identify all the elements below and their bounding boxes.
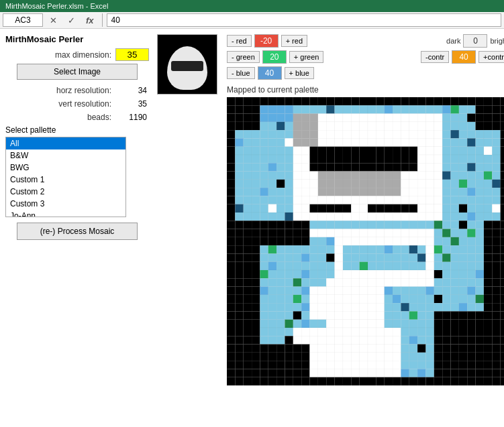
beads-label: beads: — [87, 113, 111, 122]
blue-value: 40 — [258, 66, 282, 80]
contr-minus-button[interactable]: -contr — [421, 51, 449, 63]
formula-bar-row: AC3 ✕ ✓ fx 40 — [0, 12, 504, 29]
list-item[interactable]: All — [6, 137, 125, 149]
vert-res-value: 35 — [115, 99, 149, 109]
helmet — [167, 46, 207, 90]
app-name: MirthMosaic Perler.xlsm - Excel — [5, 2, 108, 10]
cancel-icon[interactable]: ✕ — [46, 14, 61, 27]
left-panel: MirthMosaic Perler max dimension: 35 Sel… — [0, 29, 154, 427]
horz-res-row: horz resolution: 34 — [5, 85, 149, 96]
beads-row: beads: 1190 — [5, 112, 149, 123]
mosaic-title: Mapped to current palette — [227, 85, 504, 95]
right-panel: - red -20 + red dark 0 bright - green 20… — [221, 29, 504, 427]
stormtrooper-image — [158, 35, 217, 94]
palette-label: Select pallette — [5, 125, 149, 135]
title-bar: MirthMosaic Perler.xlsm - Excel — [0, 0, 504, 12]
palette-list[interactable]: AllB&WBWGCustom 1Custom 2Custom 3Jo-AnnS… — [5, 137, 126, 217]
beads-value: 1190 — [115, 112, 149, 123]
list-item[interactable]: Custom 1 — [6, 174, 125, 186]
process-mosaic-button[interactable]: (re-) Process Mosaic — [17, 223, 138, 240]
horz-res-value: 34 — [115, 85, 149, 96]
fx-icon[interactable]: fx — [82, 14, 98, 27]
list-item[interactable]: Jo-Ann — [6, 210, 125, 217]
list-item[interactable]: BWG — [6, 162, 125, 174]
cell-reference[interactable]: AC3 — [3, 13, 43, 27]
blue-plus-button[interactable]: + blue — [285, 67, 314, 79]
contr-value: 40 — [452, 50, 476, 64]
confirm-icon[interactable]: ✓ — [64, 14, 79, 27]
red-value: -20 — [254, 34, 279, 48]
horz-res-label: horz resolution: — [56, 86, 111, 95]
contr-plus-button[interactable]: +contr — [478, 51, 504, 63]
red-controls-row: - red -20 + red dark 0 bright — [227, 34, 504, 48]
dark-label: dark — [446, 37, 460, 45]
dark-value: 0 — [463, 34, 487, 48]
bright-label: bright — [490, 37, 504, 45]
formula-sep — [102, 13, 103, 27]
main-content: MirthMosaic Perler max dimension: 35 Sel… — [0, 29, 504, 427]
vert-res-row: vert resolution: 35 — [5, 99, 149, 109]
green-value: 20 — [262, 50, 287, 64]
visor — [171, 61, 203, 71]
max-dimension-label: max dimension: — [55, 50, 111, 60]
red-plus-button[interactable]: + red — [281, 35, 307, 47]
blue-controls-row: - blue 40 + blue — [227, 66, 504, 80]
red-minus-button[interactable]: - red — [227, 35, 252, 47]
max-dimension-row: max dimension: 35 — [5, 48, 149, 61]
mosaic-canvas — [227, 97, 504, 385]
green-minus-button[interactable]: - green — [227, 51, 260, 63]
green-plus-button[interactable]: + green — [289, 51, 324, 63]
vert-res-label: vert resolution: — [58, 99, 111, 109]
select-image-button[interactable]: Select Image — [17, 64, 138, 80]
list-item[interactable]: Custom 3 — [6, 198, 125, 210]
list-item[interactable]: Custom 2 — [6, 186, 125, 198]
image-thumbnail-panel — [154, 29, 221, 427]
app-title: MirthMosaic Perler — [5, 34, 149, 44]
blue-minus-button[interactable]: - blue — [227, 67, 255, 79]
list-item[interactable]: B&W — [6, 149, 125, 162]
max-dimension-input[interactable]: 35 — [115, 48, 149, 61]
green-controls-row: - green 20 + green -contr 40 +contr — [227, 50, 504, 64]
image-thumbnail — [157, 34, 217, 95]
formula-input[interactable]: 40 — [107, 13, 501, 27]
